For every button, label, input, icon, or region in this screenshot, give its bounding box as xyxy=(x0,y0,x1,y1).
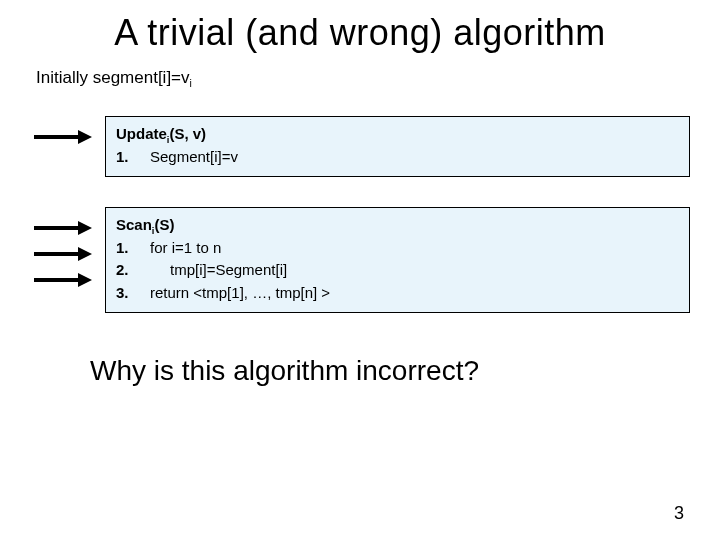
scan-line-2-num: 2. xyxy=(116,259,150,282)
update-line-1-body: Segment[i]=v xyxy=(150,146,679,169)
init-prefix: Initially segment[i]=v xyxy=(36,68,190,87)
scan-arrow-group xyxy=(30,207,105,293)
update-line-1-num: 1. xyxy=(116,146,150,169)
scan-head-suffix: (S) xyxy=(154,216,174,233)
slide-title: A trivial (and wrong) algorithm xyxy=(30,12,690,54)
update-head: Updatei(S, v) xyxy=(116,123,679,146)
arrow-icon xyxy=(30,124,92,150)
update-arrow-group xyxy=(30,116,105,150)
update-row: Updatei(S, v) 1. Segment[i]=v xyxy=(30,116,690,177)
update-head-prefix: Update xyxy=(116,125,167,142)
scan-line-2-body: tmp[i]=Segment[i] xyxy=(150,259,679,282)
scan-line-3-num: 3. xyxy=(116,282,150,305)
scan-head: Scani(S) xyxy=(116,214,679,237)
page-number: 3 xyxy=(674,503,684,524)
arrow-icon xyxy=(30,241,92,267)
scan-row: Scani(S) 1. for i=1 to n 2. tmp[i]=Segme… xyxy=(30,207,690,313)
scan-line-1-num: 1. xyxy=(116,237,150,260)
slide: { "title": "A trivial (and wrong) algori… xyxy=(0,0,720,540)
update-head-suffix: (S, v) xyxy=(169,125,206,142)
svg-marker-1 xyxy=(78,130,92,144)
update-line-1: 1. Segment[i]=v xyxy=(116,146,679,169)
scan-line-1-body: for i=1 to n xyxy=(150,237,679,260)
scan-box: Scani(S) 1. for i=1 to n 2. tmp[i]=Segme… xyxy=(105,207,690,313)
question-text: Why is this algorithm incorrect? xyxy=(90,355,690,387)
scan-line-3: 3. return <tmp[1], …, tmp[n] > xyxy=(116,282,679,305)
svg-marker-7 xyxy=(78,273,92,287)
init-sub: i xyxy=(190,77,192,89)
update-box: Updatei(S, v) 1. Segment[i]=v xyxy=(105,116,690,177)
initial-condition: Initially segment[i]=vi xyxy=(36,68,690,88)
scan-head-prefix: Scan xyxy=(116,216,152,233)
svg-marker-3 xyxy=(78,221,92,235)
arrow-icon xyxy=(30,267,92,293)
arrow-icon xyxy=(30,215,92,241)
scan-line-1: 1. for i=1 to n xyxy=(116,237,679,260)
scan-line-3-body: return <tmp[1], …, tmp[n] > xyxy=(150,282,679,305)
svg-marker-5 xyxy=(78,247,92,261)
scan-line-2: 2. tmp[i]=Segment[i] xyxy=(116,259,679,282)
